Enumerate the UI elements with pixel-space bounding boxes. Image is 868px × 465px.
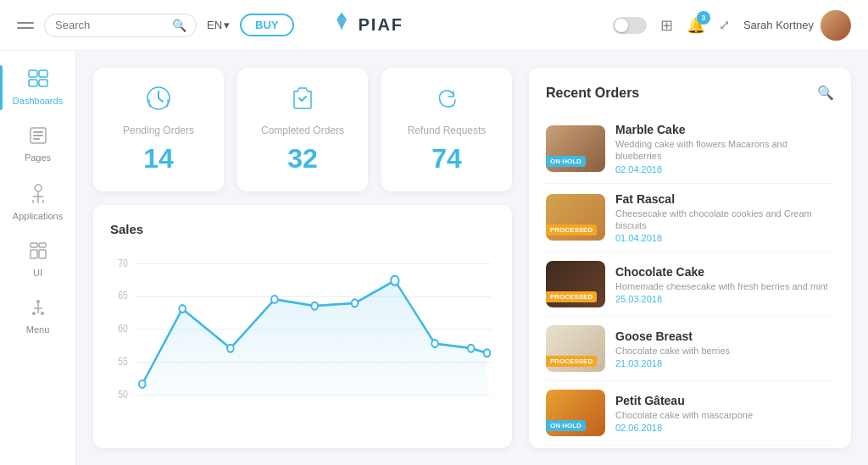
logo: PIAF bbox=[330, 11, 404, 40]
sidebar-item-ui[interactable]: UI bbox=[0, 231, 75, 288]
completed-orders-label: Completed Orders bbox=[261, 125, 344, 136]
buy-button[interactable]: BUY bbox=[240, 14, 293, 36]
order-item: ON HOLD Petit Gâteau Chocolate cake with… bbox=[546, 381, 834, 446]
svg-point-47 bbox=[484, 349, 491, 357]
svg-point-11 bbox=[35, 185, 42, 191]
order-thumbnail: PROCESSED bbox=[546, 325, 605, 372]
order-description: Chocolate cake with berries bbox=[615, 345, 834, 357]
svg-point-20 bbox=[36, 300, 40, 303]
svg-point-45 bbox=[431, 340, 438, 347]
svg-point-23 bbox=[32, 312, 36, 315]
order-thumbnail: PROCESSED bbox=[546, 261, 605, 307]
notification-badge: 3 bbox=[697, 11, 710, 25]
expand-icon[interactable]: ⤢ bbox=[719, 17, 730, 33]
refund-requests-icon bbox=[433, 85, 460, 118]
language-selector[interactable]: EN ▾ bbox=[207, 19, 230, 31]
order-status-badge: ON HOLD bbox=[546, 420, 586, 431]
sales-chart-card: Sales 70 65 60 55 50 bbox=[93, 205, 512, 448]
order-status-badge: PROCESSED bbox=[546, 291, 597, 302]
order-description: Homemade cheesecake with fresh berries a… bbox=[615, 280, 834, 292]
order-thumbnail: PROCESSED bbox=[546, 194, 605, 241]
search-icon: 🔍 bbox=[172, 19, 186, 32]
user-name: Sarah Kortney bbox=[743, 19, 814, 31]
theme-toggle[interactable] bbox=[613, 17, 647, 34]
completed-orders-value: 32 bbox=[287, 143, 318, 174]
pending-orders-icon bbox=[145, 85, 172, 118]
sidebar-item-menu[interactable]: Menu bbox=[0, 288, 75, 345]
svg-point-43 bbox=[352, 299, 359, 307]
order-thumbnail: ON HOLD bbox=[546, 390, 605, 436]
order-date: 02.06.2018 bbox=[615, 423, 834, 433]
stat-card-completed: Completed Orders 32 bbox=[237, 68, 368, 191]
stats-row: Pending Orders 14 Completed Orders 32 bbox=[93, 68, 512, 191]
svg-rect-5 bbox=[39, 70, 47, 77]
order-info: Chocolate Cake Homemade cheesecake with … bbox=[615, 265, 834, 304]
main-content: Pending Orders 14 Completed Orders 32 bbox=[76, 51, 868, 465]
sidebar-item-pages[interactable]: Pages bbox=[0, 116, 75, 173]
order-item: PROCESSED Chocolate Cake Homemade cheese… bbox=[546, 252, 834, 317]
order-info: Marble Cake Wedding cake with flowers Ma… bbox=[615, 123, 834, 174]
refund-requests-label: Refund Requests bbox=[408, 125, 487, 136]
svg-point-40 bbox=[227, 345, 234, 352]
notification-bell[interactable]: 🔔 3 bbox=[687, 16, 705, 35]
body: Dashboards Pages bbox=[0, 51, 868, 465]
header-right: ⊞ 🔔 3 ⤢ Sarah Kortney bbox=[613, 10, 851, 41]
svg-point-46 bbox=[468, 345, 475, 352]
search-input[interactable] bbox=[55, 19, 165, 31]
logo-text: PIAF bbox=[359, 15, 404, 35]
sidebar-label-ui: UI bbox=[33, 268, 42, 278]
pages-icon bbox=[29, 126, 47, 149]
svg-rect-6 bbox=[39, 80, 47, 86]
order-status-badge: ON HOLD bbox=[546, 156, 586, 167]
svg-rect-3 bbox=[29, 70, 37, 77]
order-description: Wedding cake with flowers Macarons and b… bbox=[615, 138, 834, 163]
svg-rect-17 bbox=[39, 243, 46, 247]
panel-search-icon[interactable]: 🔍 bbox=[817, 85, 834, 101]
svg-rect-18 bbox=[31, 250, 37, 258]
order-info: Fat Rascal Cheesecake with chocolate coo… bbox=[615, 192, 834, 244]
dashboard-icon bbox=[28, 69, 48, 92]
svg-text:70: 70 bbox=[118, 257, 128, 268]
svg-text:65: 65 bbox=[118, 291, 128, 302]
header: 🔍 EN ▾ BUY PIAF ⊞ 🔔 3 ⤢ Sarah Kortney bbox=[0, 0, 868, 51]
orders-list: ON HOLD Marble Cake Wedding cake with fl… bbox=[546, 114, 834, 446]
pending-orders-value: 14 bbox=[143, 143, 174, 174]
order-item: PROCESSED Goose Breast Chocolate cake wi… bbox=[546, 317, 834, 381]
order-thumbnail: ON HOLD bbox=[546, 125, 605, 172]
grid-icon[interactable]: ⊞ bbox=[660, 16, 673, 35]
sidebar: Dashboards Pages bbox=[0, 51, 76, 465]
completed-orders-icon bbox=[289, 85, 316, 118]
svg-rect-4 bbox=[29, 80, 37, 86]
svg-rect-9 bbox=[33, 135, 43, 136]
order-date: 21.03.2018 bbox=[615, 358, 834, 368]
svg-text:50: 50 bbox=[118, 389, 128, 400]
svg-point-42 bbox=[311, 302, 318, 310]
svg-rect-16 bbox=[31, 243, 37, 247]
user-info[interactable]: Sarah Kortney bbox=[743, 10, 851, 41]
chart-title: Sales bbox=[110, 222, 495, 236]
sidebar-item-dashboards[interactable]: Dashboards bbox=[0, 59, 75, 116]
sidebar-label-dashboards: Dashboards bbox=[13, 96, 63, 106]
order-name: Chocolate Cake bbox=[615, 265, 834, 279]
hamburger-menu[interactable] bbox=[17, 22, 34, 29]
search-box[interactable]: 🔍 bbox=[44, 14, 197, 37]
sidebar-label-applications: Applications bbox=[13, 211, 63, 221]
logo-icon bbox=[330, 11, 353, 40]
order-name: Goose Breast bbox=[615, 329, 834, 343]
svg-point-41 bbox=[271, 296, 278, 303]
sidebar-item-applications[interactable]: Applications bbox=[0, 173, 75, 231]
svg-point-24 bbox=[41, 312, 44, 315]
left-panel: Pending Orders 14 Completed Orders 32 bbox=[93, 68, 512, 448]
svg-point-44 bbox=[391, 276, 398, 285]
order-name: Fat Rascal bbox=[615, 192, 834, 206]
order-item: PROCESSED Fat Rascal Cheesecake with cho… bbox=[546, 184, 834, 253]
pending-orders-label: Pending Orders bbox=[123, 125, 194, 136]
sidebar-label-pages: Pages bbox=[25, 152, 51, 163]
stat-card-refund: Refund Requests 74 bbox=[381, 68, 512, 191]
ui-icon bbox=[29, 241, 47, 264]
menu-icon bbox=[31, 298, 46, 321]
svg-text:60: 60 bbox=[118, 324, 128, 335]
svg-text:55: 55 bbox=[118, 356, 128, 367]
sidebar-label-menu: Menu bbox=[26, 324, 50, 335]
chart-area: 70 65 60 55 50 bbox=[110, 245, 495, 414]
